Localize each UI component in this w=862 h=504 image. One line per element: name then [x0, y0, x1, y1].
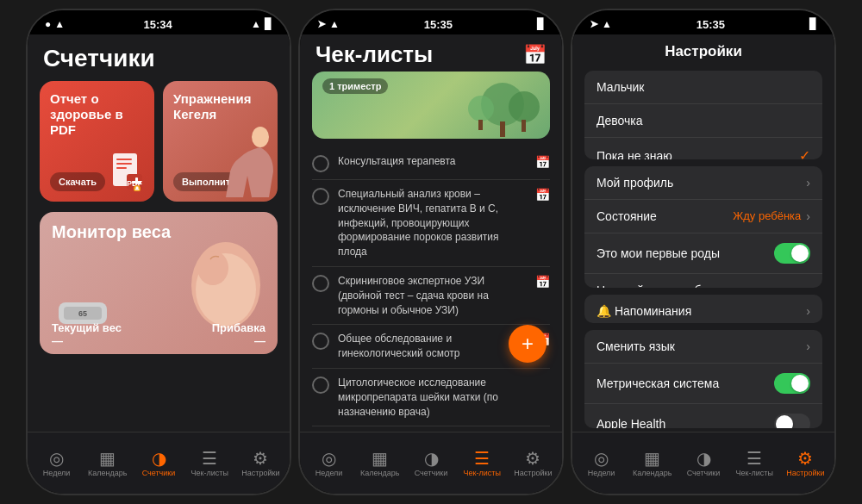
status-right: Жду ребёнка ›	[733, 209, 810, 223]
status-icons-2: ▊	[537, 18, 545, 30]
checklist-item-2[interactable]: Скрининговое экспертное УЗИ (двойной тес…	[312, 267, 550, 325]
apple-health-toggle[interactable]	[774, 414, 810, 428]
checkbox-2[interactable]	[312, 275, 329, 292]
nav-weeks-icon-3: ◎	[594, 450, 609, 467]
checklist-text-2: Скрининговое экспертное УЗИ (двойной тес…	[338, 274, 527, 317]
checkbox-4[interactable]	[312, 376, 329, 394]
time-3: 15:35	[696, 18, 725, 31]
time-1: 15:34	[144, 18, 172, 31]
reminders-row[interactable]: 🔔 Напоминания ›	[584, 295, 822, 323]
system-group: Сменить язык › Метрическая система Apple…	[584, 330, 822, 428]
nav-counters-label-1: Счетчики	[142, 469, 176, 477]
gender-boy-row[interactable]: Мальчик	[584, 71, 822, 104]
nav-calendar-label-1: Календарь	[88, 469, 127, 477]
cal-icon-1[interactable]: 📅	[535, 188, 550, 202]
svg-rect-10	[135, 189, 140, 190]
pregnancy-term-row[interactable]: Настройка срока беременности ›	[584, 274, 822, 288]
svg-point-14	[197, 251, 228, 285]
nav-settings-label-2: Настройки	[514, 469, 552, 477]
wifi-icon-2: ▲	[329, 18, 340, 30]
nav-calendar-3[interactable]: ▦ Календарь	[627, 450, 678, 477]
svg-text:65: 65	[78, 309, 87, 318]
language-row[interactable]: Сменить язык ›	[584, 330, 822, 364]
first-birth-label: Это мои первые роды	[597, 246, 720, 260]
weight-monitor[interactable]: Монитор веса 65	[40, 212, 278, 354]
checklist-item-0[interactable]: Консультация терапевта 📅	[312, 147, 550, 180]
bottom-nav-1: ◎ Недели ▦ Календарь ◑ Счетчики ☰ Чек-ли…	[28, 432, 290, 494]
phone-settings: ➤ ▲ 15:35 ▊ Настройки Мальчик Девочка	[571, 9, 836, 495]
trimester-banner[interactable]: 1 триместр	[312, 72, 550, 139]
page-title-1: Счетчики	[28, 34, 290, 81]
page-title-2: Чек-листы	[315, 41, 433, 68]
belly-illustration	[166, 221, 269, 333]
metric-label: Метрическая система	[597, 376, 719, 390]
status-icons-3: ▊	[809, 18, 817, 30]
checklist-text-1: Специальный анализ крови – исключение ВИ…	[338, 187, 527, 259]
chevron-icon-status: ›	[806, 209, 810, 223]
current-weight-value: —	[52, 334, 122, 347]
nav-settings-icon-3: ⚙	[797, 450, 813, 467]
metric-toggle[interactable]	[774, 373, 810, 394]
first-birth-toggle[interactable]	[774, 243, 810, 264]
svg-rect-2	[116, 163, 132, 165]
weight-gain: Прибавка —	[212, 321, 265, 347]
add-button[interactable]: +	[509, 325, 547, 363]
apple-health-row[interactable]: Apple Health	[584, 404, 822, 428]
profile-label: Мой профиль	[597, 176, 673, 190]
nav-calendar-2[interactable]: ▦ Календарь	[354, 450, 405, 477]
svg-rect-7	[132, 181, 141, 184]
gain-value: —	[212, 334, 265, 347]
nav-settings-2[interactable]: ⚙ Настройки	[508, 450, 559, 477]
language-label: Сменить язык	[597, 339, 675, 353]
nav-counters-2[interactable]: ◑ Счетчики	[405, 450, 456, 477]
nav-weeks-label-3: Недели	[588, 469, 615, 477]
gender-group: Мальчик Девочка Пока не знаю ✓	[584, 71, 822, 159]
screen-settings: Настройки Мальчик Девочка Пока не знаю ✓	[572, 34, 834, 494]
nav-counters-label-3: Счетчики	[687, 469, 721, 477]
cal-icon-2[interactable]: 📅	[535, 275, 550, 289]
metric-row[interactable]: Метрическая система	[584, 364, 822, 404]
status-row[interactable]: Состояние Жду ребёнка ›	[584, 200, 822, 233]
checkbox-3[interactable]	[312, 333, 329, 350]
gender-unknown-row[interactable]: Пока не знаю ✓	[584, 138, 822, 159]
nav-weeks-label-1: Недели	[43, 469, 71, 477]
checklist-item-4[interactable]: Цитологическое исследование микропрепара…	[312, 369, 550, 426]
svg-rect-1	[116, 159, 132, 160]
nav-weeks-label-2: Недели	[315, 469, 343, 477]
toggle-knob-apple-health	[776, 415, 793, 428]
gender-girl-row[interactable]: Девочка	[584, 104, 822, 138]
arrow-icon-3: ➤	[590, 18, 598, 30]
chevron-icon-reminders: ›	[806, 304, 810, 318]
card-health-report[interactable]: Отчет о здоровье в PDF Скачать PDF	[40, 81, 154, 202]
card1-button[interactable]: Скачать	[50, 172, 105, 191]
nav-counters-1[interactable]: ◑ Счетчики	[133, 450, 184, 477]
nav-settings-3[interactable]: ⚙ Настройки	[780, 450, 831, 477]
cards-row: Отчет о здоровье в PDF Скачать PDF	[28, 81, 290, 202]
checklist-text-0: Консультация терапевта	[338, 154, 527, 169]
card-kegel[interactable]: Упражнения Кегеля Выполнить	[163, 81, 278, 202]
calendar-icon-2[interactable]: 📅	[523, 44, 547, 66]
nav-calendar-1[interactable]: ▦ Календарь	[82, 450, 133, 477]
nav-weeks-2[interactable]: ◎ Недели	[303, 450, 354, 477]
nav-checklist-3[interactable]: ☰ Чек-листы	[729, 450, 780, 477]
bottom-nav-2: ◎ Недели ▦ Календарь ◑ Счетчики ☰ Чек-ли…	[300, 432, 562, 494]
reminders-group: 🔔 Напоминания ›	[584, 295, 822, 323]
nav-checklist-1[interactable]: ☰ Чек-листы	[184, 450, 235, 477]
checkbox-0[interactable]	[312, 155, 329, 172]
nav-calendar-label-3: Календарь	[633, 469, 671, 477]
nav-counters-3[interactable]: ◑ Счетчики	[678, 450, 728, 477]
cal-icon-0[interactable]: 📅	[535, 155, 550, 169]
nav-checklist-2[interactable]: ☰ Чек-листы	[457, 450, 508, 477]
profile-row[interactable]: Мой профиль ›	[584, 166, 822, 200]
status-bar-1: ● ▲ 15:34 ▲ ▊	[28, 10, 290, 34]
svg-point-22	[509, 91, 540, 122]
nav-weeks-1[interactable]: ◎ Недели	[31, 450, 82, 477]
checkbox-1[interactable]	[312, 188, 329, 205]
checklist-item-1[interactable]: Специальный анализ крови – исключение ВИ…	[312, 180, 550, 267]
gender-boy-label: Мальчик	[597, 80, 644, 94]
first-birth-row[interactable]: Это мои первые роды	[584, 233, 822, 274]
nav-weeks-3[interactable]: ◎ Недели	[576, 450, 627, 477]
screen-checklist: Чек-листы 📅 1 триместр	[300, 34, 562, 494]
battery-icon: ▊	[265, 18, 272, 30]
nav-settings-1[interactable]: ⚙ Настройки	[235, 450, 286, 477]
